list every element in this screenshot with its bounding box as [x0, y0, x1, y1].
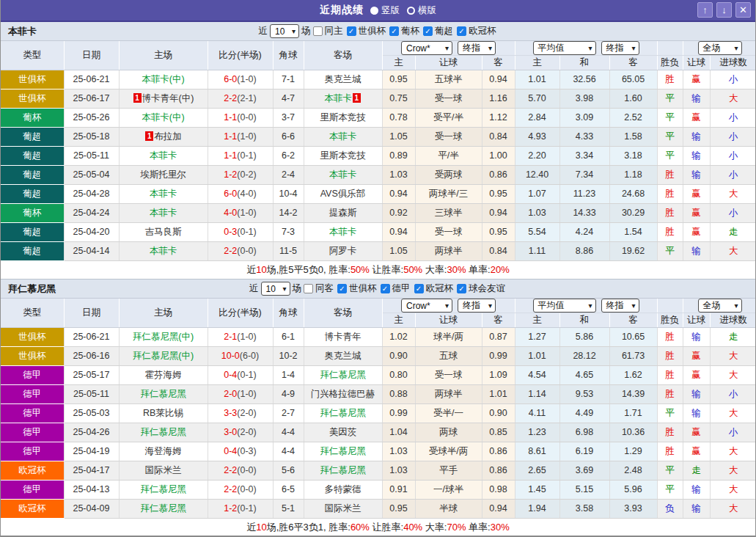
avg-home-odds: 1.45	[515, 481, 559, 500]
crow-away-odds: 1.09	[482, 366, 515, 385]
outcome-cell: 胜	[657, 185, 683, 204]
league-checkbox-欧冠杯[interactable]: ✓	[414, 284, 424, 293]
match-row: 葡超25-04-20吉马良斯0-3(0-1)7-3本菲卡0.94受一球0.955…	[1, 223, 756, 242]
match-row: 世俱杯25-06-16拜仁慕尼黑(中)10-0(6-0)10-2奥克兰城0.90…	[1, 347, 756, 366]
league-checkbox-球会友谊[interactable]: ✓	[457, 284, 466, 293]
average-select[interactable]: 平均值▾	[533, 299, 596, 313]
avg-draw-odds: 14.33	[559, 204, 609, 223]
sub-column-header: 和	[559, 313, 609, 328]
radio-vertical[interactable]: 竖版	[370, 4, 400, 17]
period-select[interactable]: 终指▾	[458, 299, 496, 313]
league-badge: 世俱杯	[1, 347, 64, 366]
same-venue-checkbox[interactable]	[304, 284, 313, 293]
league-label: 世俱杯	[359, 25, 386, 37]
average-select[interactable]: 平均值▾	[533, 41, 596, 55]
radio-horizontal[interactable]: 横版	[407, 4, 436, 17]
move-up-button[interactable]: ↑	[697, 2, 713, 18]
halftime-score: (1-0)	[237, 131, 256, 142]
same-venue-checkbox[interactable]	[313, 26, 323, 36]
date-cell: 25-05-26	[64, 109, 119, 128]
column-header: 日期	[64, 299, 119, 328]
handicap-result-cell: 输	[683, 128, 710, 147]
league-label: 德甲	[392, 282, 411, 295]
handicap-line: 受两球	[415, 166, 482, 185]
home-team-name: 拜仁慕尼黑	[140, 484, 186, 494]
corners-cell: 6-1	[273, 328, 304, 347]
fulltime-score: 2-2	[224, 93, 237, 103]
recent-count-select[interactable]: 10▾	[261, 282, 290, 296]
fulltime-score: 1-2	[224, 503, 237, 514]
corners-cell: 4-4	[273, 423, 304, 442]
crow-home-odds: 0.94	[382, 185, 415, 204]
crow-away-odds: 0.84	[482, 242, 515, 261]
period-select[interactable]: 终指▾	[458, 41, 496, 55]
outcome-cell: 平	[657, 481, 683, 500]
date-cell: 25-05-17	[64, 366, 119, 385]
away-team-cell: 美因茨	[304, 423, 382, 442]
away-team-name: 提森斯	[329, 208, 357, 218]
corners-cell: 6-2	[273, 147, 304, 166]
outcome-cell: 平	[657, 404, 683, 423]
league-checkbox-葡超[interactable]: ✓	[423, 26, 433, 36]
outcome-cell: 胜	[657, 328, 683, 347]
view-mode-radios: 竖版横版	[370, 4, 436, 17]
corners-cell: 10-4	[273, 185, 304, 204]
filter-bar: 近10▾场同主✓世俱杯✓葡杯✓葡超✓欧冠杯	[1, 24, 755, 38]
close-button[interactable]: ✕	[735, 2, 751, 18]
league-badge: 欧冠杯	[1, 461, 64, 481]
select-value: 终指	[606, 42, 624, 54]
league-checkbox-欧冠杯[interactable]: ✓	[457, 26, 466, 36]
bookmaker-select[interactable]: Crow*▾	[401, 299, 452, 313]
crow-away-odds: 0.95	[482, 185, 515, 204]
outcome-cell: 平	[657, 461, 683, 481]
avg-home-odds: 1.27	[515, 328, 559, 347]
handicap-result-cell: 赢	[683, 423, 710, 442]
radio-label: 竖版	[381, 4, 400, 17]
league-checkbox-葡杯[interactable]: ✓	[389, 26, 399, 36]
date-cell: 25-04-24	[64, 204, 119, 223]
avg-away-odds: 24.68	[609, 185, 657, 204]
sub-column-header: 和	[559, 56, 609, 70]
chevron-down-icon: ▾	[735, 302, 738, 310]
avg-home-odds: 1.01	[515, 347, 559, 366]
halftime-score: (0-0)	[237, 465, 256, 475]
bookmaker-select[interactable]: Crow*▾	[401, 41, 452, 55]
crow-home-odds: 0.80	[382, 366, 415, 385]
avg-draw-odds: 7.34	[559, 166, 609, 185]
sub-column-header: 进球数	[710, 313, 756, 328]
crow-home-odds: 0.95	[382, 70, 415, 90]
halftime-score: (1-0)	[237, 208, 256, 218]
league-checkbox-世俱杯[interactable]: ✓	[347, 26, 356, 36]
select-value: 平均值	[538, 299, 565, 312]
avg-draw-odds: 4.65	[559, 366, 609, 385]
handicap-line: 一/球半	[415, 481, 482, 500]
match-row: 葡杯25-05-26本菲卡(中)1-1(0-0)3-7里斯本竞技0.78受平/半…	[1, 109, 756, 128]
goals-result-cell: 小	[710, 128, 756, 147]
away-team-name: 阿罗卡	[329, 246, 357, 256]
period-select-2[interactable]: 终指▾	[601, 299, 639, 313]
score-cell: 10-0(6-0)	[208, 347, 273, 366]
crow-home-odds: 0.99	[382, 404, 415, 423]
handicap-result-cell: 输	[683, 90, 710, 109]
title-group: 近期战绩 竖版横版	[1, 4, 755, 17]
league-badge: 欧冠杯	[1, 500, 64, 519]
goals-result-cell: 大	[710, 404, 756, 423]
away-team-cell: 拜仁慕尼黑	[304, 366, 382, 385]
period-select-2[interactable]: 终指▾	[601, 41, 639, 55]
fulltime-select[interactable]: 全场▾	[698, 41, 742, 55]
home-team-name: 本菲卡(中)	[142, 112, 184, 123]
move-down-button[interactable]: ↓	[716, 2, 732, 18]
score-cell: 1-1(0-1)	[208, 147, 273, 166]
goals-result-cell: 小	[710, 147, 756, 166]
select-value: Crow*	[406, 43, 430, 54]
recent-count-select[interactable]: 10▾	[270, 24, 299, 38]
corners-cell: 4-7	[273, 90, 304, 109]
fulltime-select[interactable]: 全场▾	[698, 299, 742, 313]
fulltime-score: 2-2	[224, 246, 237, 256]
league-checkbox-德甲[interactable]: ✓	[381, 284, 390, 293]
halftime-score: (6-0)	[240, 351, 259, 361]
date-cell: 25-04-19	[64, 442, 119, 461]
halftime-score: (0-0)	[237, 484, 256, 494]
league-checkbox-世俱杯[interactable]: ✓	[337, 284, 347, 293]
away-team-cell: AVS俱乐部	[304, 185, 382, 204]
